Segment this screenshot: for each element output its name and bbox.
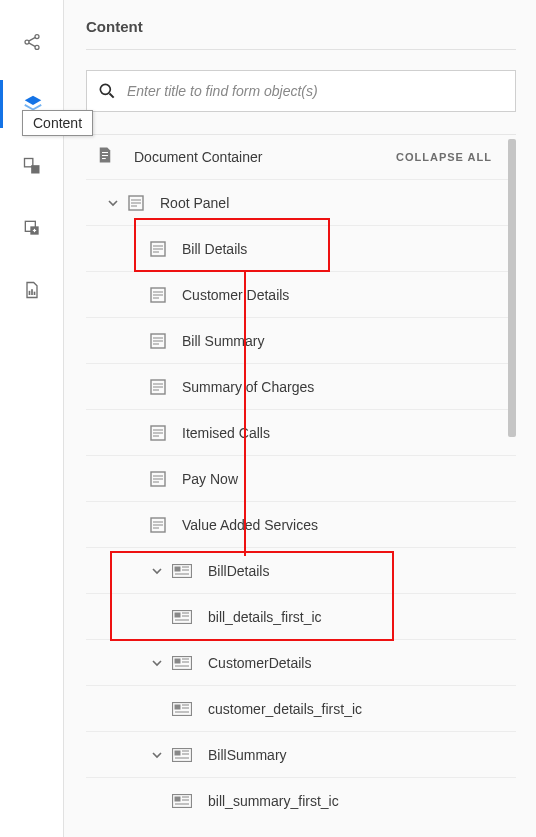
tree-item-value-added-services[interactable]: Value Added Services [86,501,516,547]
svg-line-16 [110,94,114,98]
page-icon [22,280,42,300]
tree-item-bill-details-first-ic[interactable]: bill_details_first_ic [86,593,516,639]
svg-rect-78 [175,796,181,801]
panel-icon [150,379,166,395]
content-panel: Content Document Container COLLAPSE ALL … [64,0,536,837]
assets-icon [22,156,42,176]
tree-item-bill-summary[interactable]: Bill Summary [86,317,516,363]
collapse-all-button[interactable]: COLLAPSE ALL [396,151,492,163]
tree-label: CustomerDetails [208,655,311,671]
tree-label: bill_summary_first_ic [208,793,339,809]
tree: Document Container COLLAPSE ALL Root Pan… [86,134,516,837]
image-group-icon [172,656,192,670]
tree-label: Bill Summary [182,333,264,349]
doc-container-label: Document Container [134,149,262,165]
tree-label: bill_details_first_ic [208,609,322,625]
tree-label: Summary of Charges [182,379,314,395]
tree-item-summary-of-charges[interactable]: Summary of Charges [86,363,516,409]
components-icon [22,218,42,238]
svg-point-15 [100,84,110,94]
rail-components[interactable] [0,204,64,252]
chevron-down-icon[interactable] [148,750,166,760]
tree-label: customer_details_first_ic [208,701,362,717]
svg-rect-73 [175,750,181,755]
rail-data[interactable] [0,266,64,314]
tree-label: Itemised Calls [182,425,270,441]
share-icon [22,32,42,52]
doc-container-row[interactable]: Document Container COLLAPSE ALL [86,135,516,179]
search-input[interactable] [127,83,505,99]
tree-item-customer-details-first-ic[interactable]: customer_details_first_ic [86,685,516,731]
tree-label: BillSummary [208,747,287,763]
image-group-icon [172,702,192,716]
tree-label: Value Added Services [182,517,318,533]
rail-assets[interactable] [0,142,64,190]
tooltip-content: Content [22,110,93,136]
scrollbar[interactable] [508,139,516,437]
svg-rect-68 [175,704,181,709]
svg-rect-63 [175,658,181,663]
image-group-icon [172,610,192,624]
tree-item-customer-details[interactable]: Customer Details [86,271,516,317]
image-group-icon [172,794,192,808]
svg-rect-17 [102,152,108,153]
tree-item-billsummary-group[interactable]: BillSummary [86,731,516,777]
svg-line-3 [28,37,35,41]
panel-icon [150,517,166,533]
tree-label: Customer Details [182,287,289,303]
tree-label: Bill Details [182,241,247,257]
tree-item-customerdetails-group[interactable]: CustomerDetails [86,639,516,685]
tree-label: Root Panel [160,195,229,211]
panel-icon [128,195,144,211]
svg-rect-53 [175,566,181,571]
svg-rect-18 [102,155,108,156]
tree-item-pay-now[interactable]: Pay Now [86,455,516,501]
svg-rect-14 [33,292,35,295]
tree-item-bill-details[interactable]: Bill Details [86,225,516,271]
panel-icon [150,241,166,257]
svg-line-4 [28,43,35,47]
search-icon [97,81,117,101]
tree-item-itemised-calls[interactable]: Itemised Calls [86,409,516,455]
chevron-down-icon[interactable] [148,566,166,576]
svg-rect-13 [31,289,33,295]
tree-item-root-panel[interactable]: Root Panel [86,179,516,225]
image-group-icon [172,564,192,578]
panel-icon [150,333,166,349]
chevron-down-icon[interactable] [104,198,122,208]
panel-icon [150,471,166,487]
tree-label: BillDetails [208,563,269,579]
svg-rect-12 [28,291,30,295]
tree-item-billdetails-group[interactable]: BillDetails [86,547,516,593]
panel-title: Content [86,18,516,50]
svg-rect-19 [102,158,106,159]
panel-icon [150,287,166,303]
panel-icon [150,425,166,441]
image-group-icon [172,748,192,762]
rail-share[interactable] [0,18,64,66]
tree-item-bill-summary-first-ic[interactable]: bill_summary_first_ic [86,777,516,823]
svg-rect-58 [175,612,181,617]
tree-label: Pay Now [182,471,238,487]
chevron-down-icon[interactable] [148,658,166,668]
svg-rect-7 [31,165,39,173]
svg-marker-5 [25,96,42,105]
search-box[interactable] [86,70,516,112]
document-icon [96,146,114,168]
